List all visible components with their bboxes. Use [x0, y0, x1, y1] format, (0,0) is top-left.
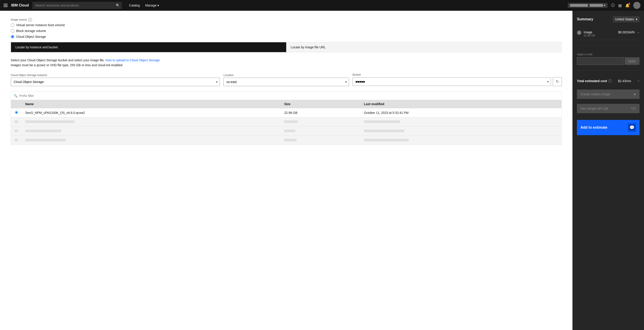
col-size: Size	[281, 100, 360, 108]
chevron-down-icon: ▾	[604, 4, 605, 7]
table-row[interactable]	[11, 136, 562, 145]
table-row[interactable]	[11, 126, 562, 136]
apply-code-label: Apply a code	[577, 53, 640, 56]
search-input[interactable]	[32, 2, 122, 9]
add-to-estimate-button[interactable]: Add to estimate 💬	[577, 120, 640, 135]
row-modified: October 11, 2023 at 5:32:41 PM	[360, 108, 562, 117]
file-table: Name Size Last modified SevO_NPM_vPAS100…	[11, 100, 562, 145]
total-minus-button[interactable]: −	[637, 79, 640, 83]
top-navigation: IBM Cloud 🔍 Catalog Manage ▾ ▾ ⓘ ▤ 🔔	[0, 0, 644, 11]
sidebar: Summary United States ▾ 1 Image 22.98 GB…	[572, 11, 644, 330]
description-text: Select your Cloud Object Storage bucket …	[11, 58, 562, 68]
main-layout: Image source i Virtual server instance b…	[0, 11, 644, 330]
region-selector[interactable]: United States ▾	[613, 16, 640, 22]
row-size: 22.98 GB	[281, 108, 360, 117]
total-cost-label: Total estimated cost i	[577, 79, 612, 83]
cost-estimator-icon[interactable]: ▤	[618, 3, 622, 8]
nav-links: Catalog Manage ▾	[129, 4, 159, 7]
total-info-icon[interactable]: i	[608, 79, 612, 83]
info-icon[interactable]: i	[28, 18, 32, 22]
notification-badge	[628, 3, 630, 5]
catalog-link[interactable]: Catalog	[129, 4, 140, 7]
summary-item-number: 1	[577, 31, 582, 35]
image-icon: ●	[634, 92, 636, 96]
cos-instance-field: Cloud Object Storage instance Cloud Obje…	[11, 74, 220, 86]
tab-locate-bucket[interactable]: Locate by instance and bucket	[11, 42, 286, 52]
image-source-label: Image source i	[11, 18, 562, 22]
total-cost-value: $2.43/mo	[618, 79, 631, 83]
col-select	[11, 100, 22, 108]
bucket-select-wrap: ■■■■■	[353, 77, 551, 86]
notifications-icon[interactable]: 🔔	[625, 3, 630, 8]
row-radio[interactable]	[11, 108, 22, 117]
location-select[interactable]: us-east	[224, 78, 349, 86]
get-sample-api-button[interactable]: Get sample API call </>	[577, 104, 640, 113]
filter-icon: 🔍	[14, 94, 18, 98]
apply-code-row: Apply	[577, 57, 640, 65]
chevron-down-icon: ▾	[636, 18, 637, 21]
divider-2	[577, 70, 640, 71]
col-name: Name	[22, 100, 281, 108]
add-estimate-icon: 💬	[628, 124, 636, 132]
summary-item-image: 1 Image 22.98 GB $0.00334/hr −	[577, 28, 640, 40]
manage-link[interactable]: Manage ▾	[145, 4, 159, 7]
radio-cloud-object-storage[interactable]: Cloud Object Storage	[11, 35, 562, 39]
summary-item-detail: Image 22.98 GB	[584, 31, 616, 37]
prefix-filter-input[interactable]	[19, 94, 559, 98]
remove-item-button[interactable]: −	[637, 31, 640, 35]
hamburger-menu[interactable]	[4, 4, 8, 7]
tab-bar: Locate by instance and bucket Locate by …	[11, 42, 562, 52]
file-table-container: 🔍 Name Size Last modified	[11, 92, 562, 145]
content-area: Image source i Virtual server instance b…	[0, 11, 572, 330]
location-select-wrap: us-east	[224, 78, 349, 86]
tab-locate-url[interactable]: Locate by image file URL	[286, 42, 562, 52]
chevron-down-icon: ▾	[158, 4, 159, 7]
brand-logo: IBM Cloud	[11, 3, 29, 8]
apply-code-section: Apply a code Apply	[577, 53, 640, 65]
table-row[interactable]	[11, 117, 562, 126]
refresh-button[interactable]: ↻	[553, 77, 562, 86]
user-avatar[interactable]	[633, 2, 640, 9]
radio-virtual-server[interactable]: Virtual server instance boot volume	[11, 23, 562, 27]
help-icon[interactable]: ⓘ	[611, 3, 615, 8]
search-bar: 🔍	[32, 2, 122, 9]
nav-icons: ⓘ ▤ 🔔	[611, 2, 640, 9]
location-field: Location us-east	[224, 74, 349, 86]
summary-item-price: $0.00334/hr	[618, 31, 635, 34]
form-row: Cloud Object Storage instance Cloud Obje…	[11, 73, 562, 86]
cos-upload-link[interactable]: How to upload to Cloud Object Storage.	[105, 58, 160, 62]
cos-instance-select-wrap: Cloud Object Storage-	[11, 78, 220, 86]
search-icon: 🔍	[116, 4, 120, 7]
image-source-radio-group: Virtual server instance boot volume Bloc…	[11, 23, 562, 39]
col-modified: Last modified	[360, 100, 562, 108]
radio-block-storage[interactable]: Block storage volume	[11, 29, 562, 33]
code-icon: </>	[631, 107, 636, 111]
create-custom-image-button[interactable]: Create custom image ●	[577, 90, 640, 99]
bucket-select[interactable]: ■■■■■	[353, 77, 551, 86]
bucket-field: Bucket ■■■■■ ↻	[353, 73, 562, 86]
sidebar-header: Summary United States ▾	[577, 16, 640, 22]
row-name: SevO_NPM_vPAS100K_OS_v6.8.0.qcow2	[22, 108, 281, 117]
account-selector[interactable]: ▾	[568, 3, 608, 8]
cos-instance-select[interactable]: Cloud Object Storage-	[11, 78, 220, 86]
table-row[interactable]: SevO_NPM_vPAS100K_OS_v6.8.0.qcow2 22.98 …	[11, 108, 562, 117]
sidebar-title: Summary	[577, 17, 593, 21]
prefix-filter-row: 🔍	[11, 92, 562, 100]
total-cost-row: Total estimated cost i $2.43/mo −	[577, 76, 640, 86]
apply-code-button[interactable]: Apply	[624, 57, 640, 65]
apply-code-input[interactable]	[577, 57, 624, 65]
